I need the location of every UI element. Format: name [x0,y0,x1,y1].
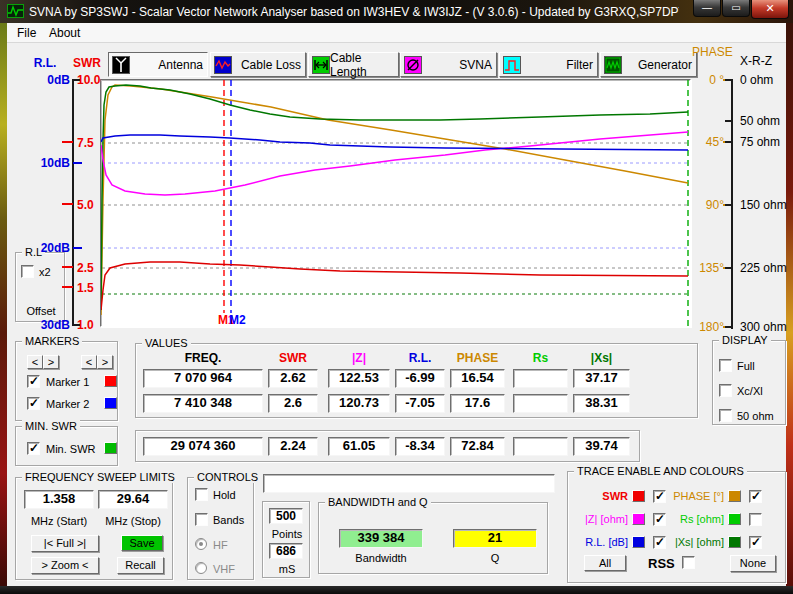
marker2-xs-value[interactable]: 38.31 [573,394,630,413]
min-swr-checkbox[interactable] [27,442,40,455]
marker2-label: M2 [229,313,246,327]
trace-rl-swatch[interactable] [632,536,645,548]
trace-z-swatch[interactable] [632,513,645,525]
ohm-tick-mark [725,204,733,206]
tab-antenna[interactable]: Antenna [108,52,208,77]
bands-checkbox[interactable] [195,513,208,526]
trace-rs-checkbox[interactable] [749,513,762,526]
markers-group-title: MARKERS [22,335,82,347]
marker1-prev-button[interactable]: < [27,355,43,369]
marker2-swr-value[interactable]: 2.6 [268,394,318,413]
marker1-freq-value[interactable]: 7 070 964 [143,369,263,388]
rl-tick-mark [73,162,82,164]
marker2-rs-value[interactable] [513,394,568,413]
rss-checkbox[interactable] [682,556,695,569]
xrz-axis-header: X-R-Z [736,54,776,68]
marker1-rl-value[interactable]: -6.99 [395,369,445,388]
swr-tick-label: 7.5 [77,136,104,150]
min-swr-freq-value[interactable]: 29 074 360 [143,437,263,456]
swr-axis-header: SWR [70,56,104,70]
marker2-prev-button[interactable]: < [81,355,97,369]
trace-phase-checkbox[interactable] [749,490,762,503]
marker2-z-value[interactable]: 120.73 [328,394,390,413]
tab-generator[interactable]: Generator [600,52,697,77]
rl-offset-label: Offset [21,305,61,317]
phase-tick-label: 180° [694,320,724,334]
marker1-xs-value[interactable]: 37.17 [573,369,630,388]
zoom-sweep-button[interactable]: > Zoom < [31,557,99,574]
minimize-button[interactable]: — [693,0,721,17]
hf-radio[interactable] [195,538,207,550]
marker1-next-button[interactable]: > [43,355,59,369]
window-title: SVNA by SP3SWJ - Scalar Vector Network A… [29,5,679,19]
marker2-checkbox[interactable] [27,397,40,410]
tab-filter[interactable]: Filter [499,52,598,77]
tab-label: Filter [566,58,593,72]
controls-group-title: CONTROLS [194,471,261,483]
trace-all-button[interactable]: All [584,555,626,571]
command-input[interactable] [263,474,555,493]
min-swr-phase-value[interactable]: 72.84 [450,437,505,456]
min-swr-swr-value[interactable]: 2.24 [268,437,318,456]
min-swr-z-value[interactable]: 61.05 [328,437,390,456]
marker1-rs-value[interactable] [513,369,568,388]
ohm-tick-label: 300 ohm [740,320,788,334]
sweep-plot[interactable]: M1 M2 [100,79,691,327]
marker2-freq-value[interactable]: 7 410 348 [143,394,263,413]
close-button[interactable]: ✕ [751,0,789,19]
min-swr-rl-value[interactable]: -8.34 [395,437,445,456]
marker2-label-text: Marker 2 [46,398,89,410]
display-full-checkbox[interactable] [719,359,732,372]
trace-enable-group: TRACE ENABLE AND COLOURS SWR PHASE [°] |… [567,471,786,583]
maximize-button[interactable]: ▭ [722,0,750,17]
window-border-left [0,23,7,586]
tab-label: Cable Length [330,51,394,79]
display-50ohm-checkbox[interactable] [719,409,732,422]
trace-xs-checkbox[interactable] [749,536,762,549]
menu-bar: File About [7,23,786,43]
display-group: DISPLAY Full Xc/Xl 50 ohm [712,340,786,425]
min-swr-color-swatch[interactable] [104,442,117,454]
hf-label: HF [213,539,228,551]
marker2-color-swatch[interactable] [104,397,117,409]
tab-svna[interactable]: SVNA [400,52,497,77]
values-header-phase: PHASE [450,351,505,365]
points-value[interactable]: 500 [269,508,303,524]
sweep-time-value[interactable]: 686 [269,543,303,559]
rl-x2-checkbox[interactable] [21,265,34,278]
marker1-z-value[interactable]: 122.53 [328,369,390,388]
marker2-next-button[interactable]: > [97,355,113,369]
display-xcxl-checkbox[interactable] [719,384,732,397]
phase-tick-label: 45° [694,135,724,149]
title-bar[interactable]: SVNA by SP3SWJ - Scalar Vector Network A… [0,0,793,23]
menu-about[interactable]: About [45,26,84,40]
marker1-checkbox[interactable] [27,375,40,388]
tab-cable-length[interactable]: Cable Length [308,52,399,77]
trace-phase-swatch[interactable] [728,490,741,502]
marker2-rl-value[interactable]: -7.05 [395,394,445,413]
marker2-phase-value[interactable]: 17.6 [450,394,505,413]
phase-axis-header: PHASE [692,45,732,59]
freq-start-input[interactable]: 1.358 [24,490,94,509]
menu-file[interactable]: File [13,26,40,40]
trace-rs-swatch[interactable] [728,513,741,525]
save-button[interactable]: Save [121,535,163,551]
trace-xs-swatch[interactable] [728,536,741,548]
hold-checkbox[interactable] [195,488,208,501]
min-swr-rs-value[interactable] [513,437,568,456]
trace-none-button[interactable]: None [730,555,776,572]
vhf-radio[interactable] [195,562,207,574]
freq-stop-input[interactable]: 29.64 [98,490,168,509]
rss-label: RSS [648,556,675,571]
min-swr-xs-value[interactable]: 39.74 [573,437,630,456]
full-sweep-button[interactable]: |< Full >| [31,535,99,552]
values-header-swr: SWR [268,351,318,365]
recall-button[interactable]: Recall [117,557,164,574]
marker1-swr-value[interactable]: 2.62 [268,369,318,388]
values-header-rs: Rs [513,351,568,365]
ohm-tick-mark [725,141,733,143]
marker1-color-swatch[interactable] [104,375,117,387]
tab-cable-loss[interactable]: Cable Loss [210,52,306,77]
marker1-phase-value[interactable]: 16.54 [450,369,505,388]
trace-swr-swatch[interactable] [632,490,645,502]
